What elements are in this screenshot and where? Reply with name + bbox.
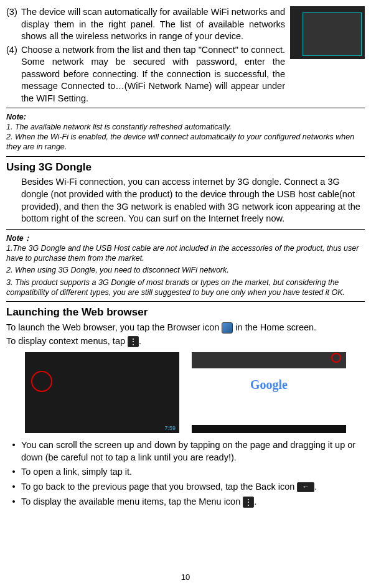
divider [6,229,365,230]
step-number: (4) [6,44,21,105]
wifi-settings-screenshot [290,6,365,59]
para-context-menus: To display context menus, tap . [6,335,365,348]
bullet-item: • To display the available menu items, t… [6,496,365,508]
divider [6,156,365,157]
browser-icon [222,322,233,334]
text-fragment: To display the available menu items, tap… [21,497,243,506]
text-fragment: To launch the Web browser, you tap the B… [6,322,222,332]
menu-icon [128,336,139,347]
bullet-text: To open a link, simply tap it. [21,466,365,478]
screenshot-home [25,352,179,433]
bullet-item: • You can scroll the screen up and down … [6,439,365,464]
note-line: 2. When the Wi-Fi is enabled, the device… [6,132,365,152]
menu-icon [243,497,254,508]
step-text: The device will scan automatically for a… [21,6,285,43]
screenshots-row [6,352,365,433]
bullet-list: • You can scroll the screen up and down … [6,439,365,508]
text-fragment: To go back to the previous page that you… [21,482,297,492]
heading-web-browser: Launching the Web browser [6,306,365,320]
step-number: (3) [6,6,21,43]
bullet-text: To go back to the previous page that you… [21,481,365,493]
step-3: (3) The device will scan automatically f… [6,6,285,43]
note-line: 1. The available network list is constan… [6,122,365,132]
bullet-marker: • [6,481,21,493]
bullet-text: To display the available menu items, tap… [21,496,365,508]
bullet-marker: • [6,466,21,478]
note-line: 3. This product supports a 3G Dongle of … [6,278,365,298]
divider [6,301,365,302]
bullet-item: • To open a link, simply tap it. [6,466,365,478]
text-fragment: . [254,497,256,506]
para-3g-dongle: Besides Wi-Fi connection, you can access… [21,176,365,225]
para-launch-browser: To launch the Web browser, you tap the B… [6,322,365,334]
page-number: 10 [181,572,190,583]
note-block-wifi: Note: 1. The available network list is c… [6,111,365,154]
heading-3g-dongle: Using 3G Dongle [6,161,365,175]
bullet-text: You can scroll the screen up and down by… [21,439,365,464]
bullet-item: • To go back to the previous page that y… [6,481,365,493]
text-fragment: . [139,336,141,346]
bullet-marker: • [6,439,21,464]
note-block-3g: Note： 1.The 3G Dongle and the USB Host c… [6,232,365,299]
text-fragment: To display context menus, tap [6,336,128,346]
text-fragment: in the Home screen. [235,322,316,332]
note-title: Note: [6,112,365,122]
bullet-marker: • [6,496,21,508]
back-icon [297,482,314,492]
note-line: 1.The 3G Dongle and the USB Host cable a… [6,243,365,264]
step-4: (4) Choose a network from the list and t… [6,44,285,105]
screenshot-browser [192,352,346,433]
note-line: 2. When using 3G Dongle, you need to dis… [6,265,365,275]
note-title: Note： [6,233,365,243]
step-text: Choose a network from the list and then … [21,44,285,105]
divider [6,108,365,108]
text-fragment: . [314,482,317,492]
